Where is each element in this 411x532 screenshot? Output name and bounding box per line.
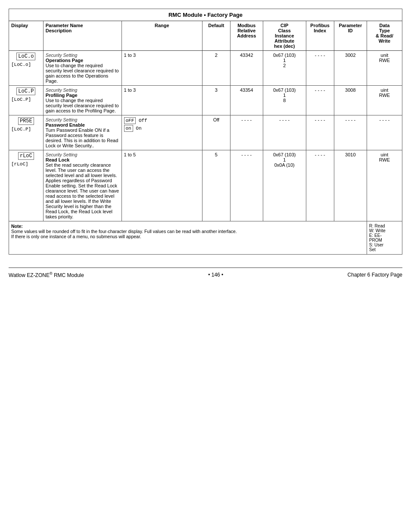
header-cip: CIPClassInstanceAttributehex (dec) (263, 21, 306, 51)
page-wrapper: RMC Module • Factory Page Display Parame… (9, 9, 402, 278)
datatype-4: uintRWE (367, 150, 402, 221)
display-top-2: LoC.P (16, 87, 35, 95)
param-name-2: Profiling Page (46, 93, 78, 98)
range-4: 1 to 5 (121, 150, 202, 221)
note-label: Note: (11, 224, 23, 229)
table-row: PR5E [LoC.P] Security Setting Password E… (9, 115, 402, 150)
param-desc-1: Security Setting Operations Page Use to … (43, 51, 121, 86)
display-top-3: PR5E (18, 117, 34, 125)
range-2: 1 to 3 (121, 86, 202, 115)
datatype-2: uintRWE (367, 86, 402, 115)
header-row: Display Parameter NameDescription Range … (9, 21, 402, 51)
paramid-1: 3002 (334, 51, 367, 86)
cip-3: - - - - (263, 115, 306, 150)
footer-right: Chapter 6 Factory Page (348, 272, 402, 278)
header-paramid: ParameterID (334, 21, 367, 51)
note-content: Note: Some values will be rounded off to… (9, 221, 367, 255)
header-range: Range (121, 21, 202, 51)
header-display: Display (9, 21, 44, 51)
range-on-box: on (124, 125, 133, 132)
main-table: RMC Module • Factory Page Display Parame… (9, 9, 402, 255)
header-profibus: ProfibusIndex (306, 21, 334, 51)
display-cell-2: LoC.P [LoC.P] (9, 86, 44, 115)
range-1: 1 to 3 (121, 51, 202, 86)
param-desc-2: Security Setting Profiling Page Use to c… (43, 86, 121, 115)
security-label-1: Security Setting (46, 53, 78, 58)
default-4: 5 (202, 150, 230, 221)
cip-2: 0x67 (103)18 (263, 86, 306, 115)
param-desc-4: Security Setting Read Lock Set the read … (43, 150, 121, 221)
datatype-1: unitRWE (367, 51, 402, 86)
range-3: oFF Off on On (121, 115, 202, 150)
param-name-1: Operations Page (46, 58, 83, 63)
modbus-4: - - - - (230, 150, 263, 221)
display-cell-1: LoC.o [LoC.o] (9, 51, 44, 86)
header-default: Default (202, 21, 230, 51)
table-row: rLoC [rLoC] Security Setting Read Lock S… (9, 150, 402, 221)
cip-1: 0x67 (103)12 (263, 51, 306, 86)
footer-left: Watlow EZ-ZONE® RMC Module (9, 271, 84, 278)
display-top-1: LoC.o (16, 53, 35, 60)
param-desc-3: Security Setting Password Enable Turn Pa… (43, 115, 121, 150)
header-param: Parameter NameDescription (43, 21, 121, 51)
footer-bar: Watlow EZ-ZONE® RMC Module • 146 • Chapt… (9, 268, 402, 278)
security-label-4: Security Setting (46, 152, 78, 157)
default-2: 3 (202, 86, 230, 115)
datatype-3: - - - - (367, 115, 402, 150)
paramid-3: - - - - (334, 115, 367, 150)
note-line-2: If there is only one instance of a menu,… (11, 234, 141, 239)
header-modbus: ModbusRelativeAddress (230, 21, 263, 51)
range-off-box: oFF (124, 117, 136, 124)
note-legend: R: Read W: Write E: EE-PROM S: UserSet (367, 221, 402, 255)
footer-center: • 146 • (208, 272, 223, 278)
modbus-2: 43354 (230, 86, 263, 115)
title-row: RMC Module • Factory Page (9, 9, 402, 21)
table-row: LoC.o [LoC.o] Security Setting Operation… (9, 51, 402, 86)
table-row: LoC.P [LoC.P] Security Setting Profiling… (9, 86, 402, 115)
profibus-1: - - - - (306, 51, 334, 86)
header-datatype: DataType& Read/Write (367, 21, 402, 51)
paramid-4: 3010 (334, 150, 367, 221)
param-name-4: Read Lock (46, 157, 70, 162)
paramid-2: 3008 (334, 86, 367, 115)
modbus-3: - - - - (230, 115, 263, 150)
display-top-4: rLoC (18, 152, 34, 160)
cip-4: 0x67 (103)10x0A (10) (263, 150, 306, 221)
security-label-2: Security Setting (46, 87, 78, 93)
param-name-3: Password Enable (46, 122, 85, 128)
profibus-3: - - - - (306, 115, 334, 150)
note-line-1: Some values will be rounded off to fit i… (11, 229, 237, 234)
security-label-3: Security Setting (46, 117, 78, 122)
page-title: RMC Module • Factory Page (9, 9, 402, 21)
note-row: Note: Some values will be rounded off to… (9, 221, 402, 255)
profibus-4: - - - - (306, 150, 334, 221)
profibus-2: - - - - (306, 86, 334, 115)
default-1: 2 (202, 51, 230, 86)
default-3: Off (202, 115, 230, 150)
modbus-1: 43342 (230, 51, 263, 86)
display-cell-3: PR5E [LoC.P] (9, 115, 44, 150)
display-cell-4: rLoC [rLoC] (9, 150, 44, 221)
